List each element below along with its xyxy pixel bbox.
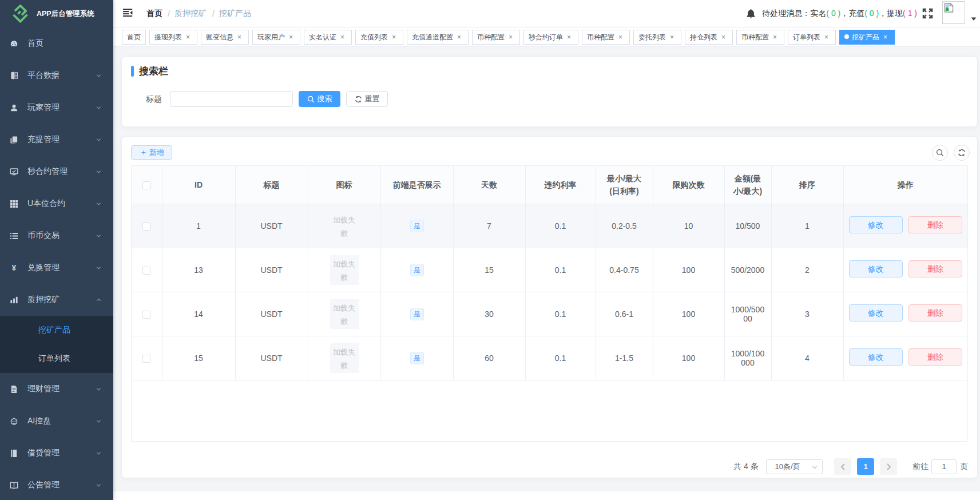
svg-text:¥: ¥ [12,264,17,272]
